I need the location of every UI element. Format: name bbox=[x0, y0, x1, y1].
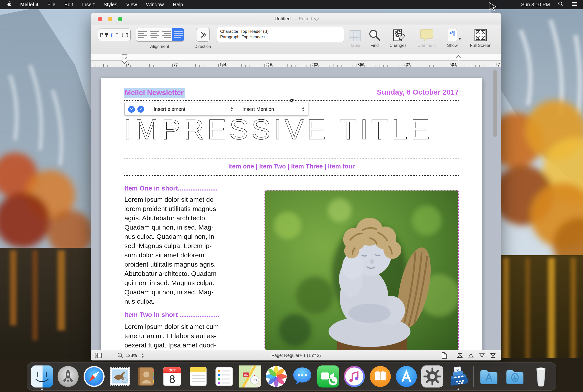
menu-view[interactable]: View bbox=[126, 2, 137, 8]
menu-clock[interactable]: Sun 8:10 PM bbox=[521, 2, 550, 8]
dock-calendar[interactable]: OCT8 bbox=[161, 365, 183, 387]
body-line[interactable]: nus culpa. bbox=[124, 298, 155, 305]
show-button[interactable]: •¶ Show bbox=[437, 28, 467, 48]
menu-file[interactable]: File bbox=[47, 2, 55, 8]
insert-object-mark-icon[interactable] bbox=[125, 32, 129, 38]
direction-button[interactable] bbox=[196, 28, 210, 42]
ruler[interactable]: 0 72 144 216 288 360 432 504 57 bbox=[91, 54, 501, 67]
document-area[interactable]: Mellel Newsletter Sunday, 8 October 2017… bbox=[91, 67, 501, 350]
single-page-view-button[interactable] bbox=[437, 350, 452, 360]
align-left-button[interactable] bbox=[136, 28, 148, 41]
insert-flow-break-icon[interactable] bbox=[110, 32, 114, 38]
insert-line-break-icon[interactable] bbox=[120, 32, 124, 38]
title-bar[interactable]: Untitled — Edited bbox=[91, 13, 501, 25]
body-line[interactable]: Lorem ipsum dolor sit amet do- bbox=[124, 196, 216, 204]
body-line[interactable]: pexerat fugiat. Ipsa amet quod- bbox=[124, 341, 216, 349]
right-indent-marker[interactable] bbox=[455, 55, 461, 61]
confirm-insert-button[interactable]: ✓ bbox=[137, 106, 144, 113]
align-right-button[interactable] bbox=[160, 28, 172, 41]
body-line[interactable]: Lorem ipsum dolor sit amet cum bbox=[124, 323, 219, 331]
dock-photos[interactable] bbox=[265, 365, 287, 387]
dock-notes[interactable] bbox=[187, 365, 209, 387]
first-page-icon[interactable] bbox=[457, 353, 463, 358]
full-screen-button[interactable]: Full Screen bbox=[466, 28, 496, 48]
body-line[interactable]: sed. Magnus culpa. Lorem ip- bbox=[124, 242, 212, 250]
apple-menu-icon[interactable] bbox=[7, 1, 11, 8]
dock-downloads-folder[interactable] bbox=[504, 365, 526, 387]
notification-center-icon[interactable] bbox=[571, 2, 577, 8]
dock-ibooks[interactable] bbox=[369, 365, 391, 387]
page[interactable]: Mellel Newsletter Sunday, 8 October 2017… bbox=[101, 78, 482, 350]
find-icon bbox=[368, 28, 381, 42]
dock-contacts[interactable] bbox=[135, 365, 157, 387]
insert-element-select[interactable]: Insert element bbox=[154, 106, 185, 112]
zoom-stepper-icon[interactable] bbox=[141, 353, 144, 358]
last-page-icon[interactable] bbox=[490, 353, 496, 358]
comment-button[interactable]: Comment bbox=[412, 28, 442, 48]
running-indicator bbox=[458, 388, 459, 390]
dock-itunes[interactable] bbox=[343, 365, 365, 387]
next-page-icon[interactable] bbox=[479, 353, 485, 358]
dock-app-store[interactable] bbox=[395, 365, 417, 387]
align-justify-button[interactable] bbox=[172, 28, 184, 41]
body-line[interactable]: qui non, in sed. Magnus culpa. bbox=[124, 279, 214, 287]
dock-reminders[interactable] bbox=[213, 365, 235, 387]
dock-maps[interactable]: 2803D bbox=[239, 365, 261, 387]
dock-facetime[interactable] bbox=[317, 365, 339, 387]
body-line[interactable]: Quadam qui non, in sed. Mag- bbox=[124, 224, 213, 231]
insert-mention-select[interactable]: Insert Mention bbox=[242, 106, 274, 112]
dock-applications-folder[interactable] bbox=[478, 365, 500, 387]
sidebar-toggle-button[interactable] bbox=[91, 350, 106, 360]
vertical-scrollbar[interactable] bbox=[493, 70, 497, 137]
title-chevron-icon[interactable] bbox=[314, 16, 319, 21]
ruler-tick-strip[interactable]: 0 72 144 216 288 360 432 504 57 bbox=[91, 61, 501, 67]
dock-trash[interactable] bbox=[530, 365, 552, 387]
dock-launchpad[interactable] bbox=[57, 365, 79, 387]
body-line[interactable]: tenetur animi. Et laboris aut as- bbox=[124, 332, 216, 340]
body-line[interactable]: sum dolor sit amet dolorem bbox=[124, 251, 204, 259]
page-navigation bbox=[452, 350, 501, 360]
body-line[interactable]: lorem proident utilitatis magnus bbox=[124, 205, 216, 213]
menu-app-name[interactable]: Mellel 4 bbox=[20, 2, 38, 8]
dock-safari[interactable] bbox=[83, 365, 105, 387]
insert-mention-stepper-icon[interactable] bbox=[302, 107, 305, 111]
newsletter-title[interactable]: Mellel Newsletter bbox=[124, 88, 185, 98]
show-dropdown-arrow-icon[interactable] bbox=[458, 38, 461, 40]
body-line[interactable]: Abutebatur architecto. Quadam bbox=[124, 270, 216, 278]
body-line[interactable]: nus culpa. Quadam qui non, in bbox=[124, 233, 214, 241]
insert-page-break-icon[interactable] bbox=[99, 32, 104, 38]
menu-insert[interactable]: Insert bbox=[82, 2, 95, 8]
dock-finder[interactable] bbox=[31, 365, 53, 387]
item-two-heading[interactable]: Item Two in short ...................... bbox=[124, 311, 219, 319]
item-one-heading[interactable]: Item One in short...................... bbox=[124, 184, 218, 192]
find-label: Find bbox=[370, 43, 379, 48]
flow-marks-control[interactable] bbox=[98, 29, 131, 41]
insert-text-mark-icon[interactable] bbox=[115, 32, 119, 38]
insert-section-break-icon[interactable] bbox=[104, 32, 109, 38]
items-nav-line[interactable]: Item one | Item Two | Item Three | Item … bbox=[124, 163, 459, 170]
body-line[interactable]: proident utilitatis magnus agris. bbox=[124, 261, 216, 268]
cherub-statue-image[interactable] bbox=[264, 190, 459, 350]
previous-page-icon[interactable] bbox=[468, 353, 474, 358]
menu-edit[interactable]: Edit bbox=[65, 2, 73, 8]
ruler-margin-strip[interactable] bbox=[91, 54, 501, 61]
document-main-title[interactable]: IMPRESSIVE TITLE bbox=[124, 113, 460, 146]
dock-messages[interactable] bbox=[291, 365, 313, 387]
insert-element-popup[interactable]: ✕ ✓ Insert element Insert Mention bbox=[124, 103, 309, 116]
menu-help[interactable]: Help bbox=[173, 2, 183, 8]
dock-mail[interactable] bbox=[109, 365, 131, 387]
newsletter-date[interactable]: Sunday, 8 October 2017 bbox=[377, 88, 459, 96]
changes-button[interactable]: Changes bbox=[383, 28, 413, 48]
menu-window[interactable]: Window bbox=[146, 2, 164, 8]
style-indicator-box[interactable]: Character: Top Header (B) Paragraph: Top… bbox=[217, 27, 344, 42]
dock-system-preferences[interactable] bbox=[421, 365, 443, 387]
align-center-button[interactable] bbox=[148, 28, 160, 41]
insert-element-stepper-icon[interactable] bbox=[230, 107, 233, 111]
cancel-insert-button[interactable]: ✕ bbox=[128, 106, 135, 113]
body-line[interactable]: Quadam qui non, in sed. Mag- bbox=[124, 288, 213, 296]
menu-styles[interactable]: Styles bbox=[104, 2, 117, 8]
spotlight-search-icon[interactable] bbox=[558, 1, 563, 8]
zoom-control[interactable]: 128% bbox=[106, 350, 156, 360]
body-line[interactable]: agris. Abutebatur architecto. bbox=[124, 214, 207, 222]
dock-mellel[interactable] bbox=[447, 365, 469, 387]
